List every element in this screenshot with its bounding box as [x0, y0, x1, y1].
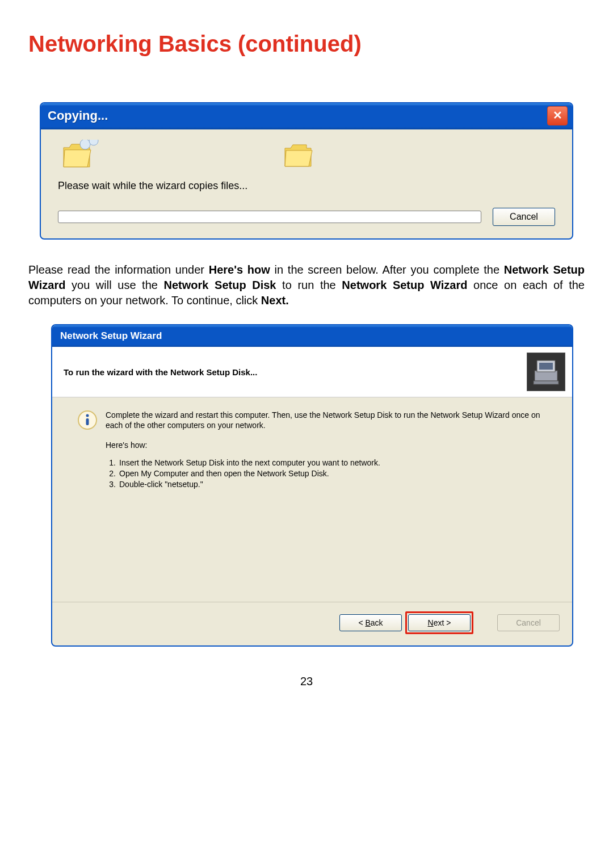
step-1: 1.Insert the Network Setup Disk into the… — [106, 458, 556, 468]
folder-dest-icon — [284, 141, 315, 172]
svg-rect-2 — [535, 371, 557, 381]
info-icon — [77, 410, 98, 430]
copying-dialog: Copying... ✕ Please wait while the — [40, 102, 573, 240]
page-title: Networking Basics (continued) — [28, 31, 585, 57]
network-setup-wizard-dialog: Network Setup Wizard To run the wizard w… — [51, 324, 573, 647]
copying-title: Copying... — [48, 108, 108, 123]
copying-message: Please wait while the wizard copies file… — [58, 180, 555, 192]
close-icon: ✕ — [553, 109, 562, 121]
step-3: 3.Double-click "netsetup." — [106, 479, 556, 490]
copying-body: Please wait while the wizard copies file… — [41, 129, 572, 238]
wizard-heading: To run the wizard with the Network Setup… — [64, 367, 257, 377]
step-2: 2.Open My Computer and then open the Net… — [106, 468, 556, 479]
copying-titlebar: Copying... ✕ — [41, 103, 572, 129]
next-highlight: Next > — [405, 611, 473, 634]
steps-list: 1.Insert the Network Setup Disk into the… — [106, 458, 556, 490]
svg-rect-8 — [86, 418, 89, 425]
wizard-info-text: Complete the wizard and restart this com… — [106, 410, 556, 430]
cancel-button: Cancel — [497, 614, 560, 631]
back-button[interactable]: < Back — [339, 614, 402, 631]
computer-icon — [527, 353, 565, 391]
instruction-paragraph: Please read the information under Here's… — [28, 262, 585, 308]
svg-point-7 — [86, 414, 89, 417]
svg-rect-5 — [534, 381, 559, 384]
close-button[interactable]: ✕ — [547, 106, 568, 125]
progress-bar — [58, 211, 481, 223]
svg-point-0 — [80, 140, 90, 149]
next-button[interactable]: Next > — [408, 614, 471, 631]
cancel-button[interactable]: Cancel — [493, 208, 555, 226]
wizard-footer: < Back Next > Cancel — [52, 602, 572, 645]
wizard-body: Complete the wizard and restart this com… — [52, 397, 572, 602]
svg-rect-4 — [539, 363, 553, 370]
wizard-titlebar: Network Setup Wizard — [52, 325, 572, 347]
page-number: 23 — [28, 675, 585, 688]
heres-how-label: Here's how: — [106, 441, 556, 450]
folder-source-icon — [62, 140, 102, 173]
wizard-header: To run the wizard with the Network Setup… — [52, 347, 572, 397]
